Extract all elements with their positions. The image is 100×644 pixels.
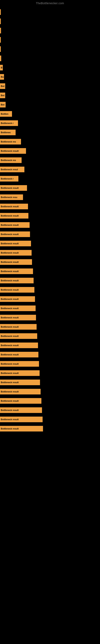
bar-label-30: Bottleneck result: [1, 288, 19, 291]
bar-row: Bottleneck result: [0, 285, 100, 294]
bar-label-7: Bo: [1, 76, 4, 78]
bar-5: [0, 56, 1, 61]
bar-row: Bottleneck result: [0, 184, 100, 192]
bar-18: Bottleneck r: [0, 176, 18, 182]
bar-row: Bo: [0, 72, 100, 81]
bar-row: Bottleneck result: [0, 332, 100, 340]
bar-14: Bottleneck res: [0, 139, 21, 144]
bar-22: Bottleneck result: [0, 213, 28, 218]
bar-row: Bottleneck result: [0, 202, 100, 211]
bar-42: Bottleneck result: [0, 398, 41, 404]
bar-0: [0, 9, 1, 15]
bar-label-29: Bottleneck result: [1, 279, 19, 282]
bar-label-36: Bottleneck result: [1, 344, 19, 346]
bar-44: Bottleneck result: [0, 416, 43, 422]
bar-34: Bottleneck result: [0, 324, 37, 330]
bar-row: Bottleneck result: [0, 220, 100, 230]
bar-label-41: Bottleneck result: [1, 390, 19, 393]
bar-row: Bottleneck result: [0, 276, 100, 285]
bar-label-19: Bottleneck result: [1, 187, 19, 189]
site-title: TheBottlenecker.com: [0, 0, 100, 6]
bar-6: B: [0, 65, 3, 70]
bar-8: Bot: [0, 83, 5, 89]
bar-row: Bottleneck res: [0, 156, 100, 164]
bar-31: Bottleneck result: [0, 296, 35, 302]
bar-label-21: Bottleneck result: [1, 205, 19, 208]
bar-row: [0, 17, 100, 26]
bar-label-40: Bottleneck result: [1, 381, 19, 384]
bar-label-14: Bottleneck res: [1, 140, 16, 143]
bar-36: Bottleneck result: [0, 342, 38, 348]
bar-13: Bottlenec: [0, 130, 16, 135]
bar-row: [0, 8, 100, 16]
bar-37: Bottleneck result: [0, 352, 38, 358]
bar-16: Bottleneck res: [0, 158, 22, 163]
bar-row: Bottleneck resul: [0, 165, 100, 174]
bar-row: Bottleneck result: [0, 230, 100, 239]
bar-row: Bottleneck result: [0, 369, 100, 378]
bars-container: BBoBotBotBotBottlenBottleneck rBottlenec…: [0, 6, 100, 433]
bar-row: [0, 45, 100, 54]
bar-28: Bottleneck result: [0, 268, 33, 274]
bar-26: Bottleneck result: [0, 250, 32, 256]
bar-row: Bottleneck result: [0, 415, 100, 424]
bar-row: Bottleneck result: [0, 360, 100, 368]
bar-row: Bottleneck result: [0, 258, 100, 266]
bar-23: Bottleneck result: [0, 222, 30, 228]
bar-30: Bottleneck result: [0, 287, 34, 292]
bar-3: [0, 37, 1, 43]
bar-row: Bottleneck result: [0, 406, 100, 414]
bar-row: Bottlen: [0, 110, 100, 118]
bar-label-35: Bottleneck result: [1, 335, 19, 337]
bar-label-12: Bottleneck r: [1, 122, 14, 124]
bar-45: Bottleneck result: [0, 426, 43, 432]
bar-row: Bot: [0, 82, 100, 90]
bar-row: [0, 36, 100, 44]
bar-39: Bottleneck result: [0, 370, 40, 376]
bar-label-23: Bottleneck result: [1, 224, 19, 226]
bar-label-6: B: [1, 66, 2, 69]
bar-11: Bottlen: [0, 111, 12, 117]
bar-label-31: Bottleneck result: [1, 298, 19, 300]
bar-row: Bottleneck result: [0, 295, 100, 304]
bar-label-24: Bottleneck result: [1, 233, 19, 236]
bar-row: Bottleneck result: [0, 396, 100, 405]
bar-label-9: Bot: [1, 94, 4, 96]
bar-label-43: Bottleneck result: [1, 409, 19, 411]
bar-9: Bot: [0, 92, 5, 98]
bar-row: Bottleneck resu: [0, 193, 100, 202]
bar-29: Bottleneck result: [0, 278, 34, 283]
bar-20: Bottleneck resu: [0, 194, 23, 200]
bar-38: Bottleneck result: [0, 361, 39, 367]
bar-row: Bottleneck result: [0, 322, 100, 331]
bar-25: Bottleneck result: [0, 241, 31, 246]
bar-row: Bot: [0, 91, 100, 100]
bar-label-13: Bottlenec: [1, 131, 11, 134]
bar-label-45: Bottleneck result: [1, 428, 19, 430]
bar-19: Bottleneck result: [0, 185, 27, 191]
bar-row: Bottleneck result: [0, 387, 100, 396]
bar-row: Bottleneck r: [0, 174, 100, 183]
bar-label-28: Bottleneck result: [1, 270, 19, 272]
bar-row: Bottleneck res: [0, 137, 100, 146]
bar-33: Bottleneck result: [0, 315, 36, 320]
bar-row: Bottleneck result: [0, 146, 100, 155]
bar-row: Bottleneck result: [0, 304, 100, 313]
bar-label-8: Bot: [1, 85, 4, 87]
bar-label-25: Bottleneck result: [1, 242, 19, 245]
bar-21: Bottleneck result: [0, 204, 28, 209]
bar-row: Bottleneck result: [0, 248, 100, 257]
bar-row: Bottleneck result: [0, 350, 100, 359]
bar-label-15: Bottleneck result: [1, 150, 19, 152]
bar-43: Bottleneck result: [0, 407, 42, 413]
bar-row: Bottleneck result: [0, 211, 100, 220]
bar-4: [0, 46, 1, 52]
bar-label-11: Bottlen: [1, 113, 8, 115]
bar-label-42: Bottleneck result: [1, 400, 19, 402]
bar-label-33: Bottleneck result: [1, 316, 19, 319]
bar-label-38: Bottleneck result: [1, 363, 19, 365]
bar-7: Bo: [0, 74, 4, 80]
bar-15: Bottleneck result: [0, 148, 26, 154]
bar-label-18: Bottleneck r: [1, 178, 14, 180]
bar-32: Bottleneck result: [0, 306, 36, 311]
